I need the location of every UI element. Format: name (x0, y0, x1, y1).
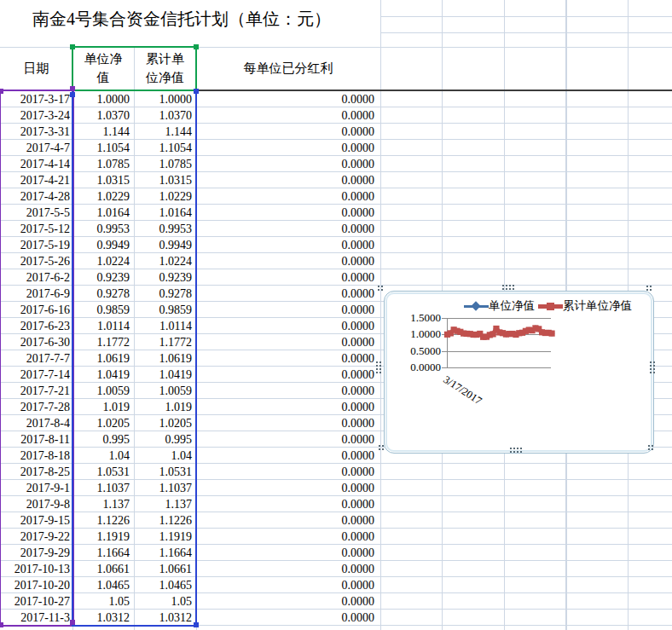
range-handle[interactable] (194, 622, 199, 627)
range-handle[interactable] (70, 86, 75, 91)
chart-resize-handle-top-middle[interactable] (501, 284, 515, 290)
value-range-selection[interactable] (72, 90, 197, 627)
dividend-cell[interactable]: 0.0000 (196, 269, 380, 286)
embedded-chart[interactable]: 单位净值 累计单位净值 1.5000 1.0000 0.5000 0.0000 … (384, 291, 654, 454)
dividend-cell[interactable]: 0.0000 (196, 237, 380, 253)
dividend-cell[interactable]: 0.0000 (196, 124, 380, 140)
chart-resize-handle-top-left[interactable] (377, 285, 384, 292)
dividend-cell[interactable]: 0.0000 (196, 480, 380, 496)
legend-item-cumulative-nav[interactable]: 累计单位净值 (538, 298, 632, 314)
dividend-cell[interactable]: 0.0000 (196, 156, 380, 172)
legend-label-unit-nav: 单位净值 (489, 298, 535, 314)
range-handle[interactable] (70, 620, 75, 625)
range-handle[interactable] (194, 44, 199, 49)
dividend-cell[interactable]: 0.0000 (196, 529, 380, 545)
dividend-cell[interactable]: 0.0000 (196, 561, 380, 577)
dividend-cell[interactable]: 0.0000 (196, 431, 380, 448)
dividend-cell[interactable]: 0.0000 (196, 286, 380, 302)
ytick-label: 1.5000 (390, 312, 441, 324)
dividend-cell[interactable]: 0.0000 (196, 399, 380, 415)
header-date[interactable]: 日期 (0, 48, 72, 90)
ytick-label: 0.0000 (390, 361, 441, 373)
dividend-cell[interactable]: 0.0000 (196, 367, 380, 383)
legend-item-unit-nav[interactable]: 单位净值 (464, 298, 535, 314)
chart-resize-handle-bottom-right[interactable] (647, 444, 654, 451)
chart-resize-handle-bottom-middle[interactable] (509, 447, 523, 453)
dividend-cell[interactable]: 0.0000 (196, 172, 380, 188)
dividend-cell[interactable]: 0.0000 (196, 205, 380, 221)
range-handle[interactable] (0, 622, 3, 627)
dividend-cell[interactable]: 0.0000 (196, 415, 380, 431)
chart-legend: 单位净值 累计单位净值 (464, 298, 632, 314)
legend-label-cumulative-nav: 累计单位净值 (563, 298, 632, 314)
range-handle[interactable] (70, 44, 75, 49)
chart-resize-handle-top-right[interactable] (646, 285, 652, 292)
legend-marker-line-diamond (464, 305, 489, 308)
dividend-cell[interactable]: 0.0000 (196, 221, 380, 237)
dividend-cell[interactable]: 0.0000 (196, 140, 380, 156)
gridline (380, 32, 672, 33)
ytick-label: 0.5000 (390, 345, 441, 357)
dividend-cell[interactable]: 0.0000 (196, 188, 380, 205)
chart-plot-svg (436, 312, 568, 382)
dividend-cell[interactable]: 0.0000 (196, 545, 380, 561)
dividend-cell[interactable]: 0.0000 (196, 512, 380, 529)
sheet-title-cell[interactable]: 南金4号集合资金信托计划（单位：元） (32, 7, 331, 31)
legend-marker-line-square (538, 304, 563, 309)
dividend-cell[interactable]: 0.0000 (196, 253, 380, 269)
category-range-selection[interactable] (0, 90, 74, 627)
range-handle[interactable] (194, 89, 199, 94)
dividend-cell[interactable]: 0.0000 (196, 318, 380, 334)
range-handle[interactable] (70, 92, 75, 97)
dividend-cell[interactable]: 0.0000 (196, 383, 380, 399)
dividend-cell[interactable]: 0.0000 (196, 302, 380, 318)
dividend-cell[interactable]: 0.0000 (196, 593, 380, 610)
gridline (380, 16, 672, 17)
dividend-cell[interactable]: 0.0000 (196, 334, 380, 350)
range-handle[interactable] (0, 89, 3, 94)
spreadsheet: 南金4号集合资金信托计划（单位：元） 日期 单位净值 累计单位净值 每单位已分红… (0, 0, 672, 630)
chart-resize-handle-bottom-left[interactable] (378, 444, 385, 451)
ytick-label: 1.0000 (390, 328, 441, 340)
dividend-cell[interactable]: 0.0000 (196, 610, 380, 626)
series-name-range-selection[interactable] (72, 46, 197, 91)
dividend-cell[interactable]: 0.0000 (196, 350, 380, 367)
dividend-cell[interactable]: 0.0000 (196, 496, 380, 512)
chart-resize-handle-left-middle[interactable] (375, 361, 381, 373)
chart-resize-handle-right-middle[interactable] (649, 361, 655, 373)
dividend-cell[interactable]: 0.0000 (196, 464, 380, 480)
header-dividend[interactable]: 每单位已分红利 (196, 48, 380, 90)
dividend-cell[interactable]: 0.0000 (196, 91, 380, 107)
dividend-cell[interactable]: 0.0000 (196, 577, 380, 593)
dividend-cell[interactable]: 0.0000 (196, 107, 380, 124)
dividend-cell[interactable]: 0.0000 (196, 448, 380, 464)
